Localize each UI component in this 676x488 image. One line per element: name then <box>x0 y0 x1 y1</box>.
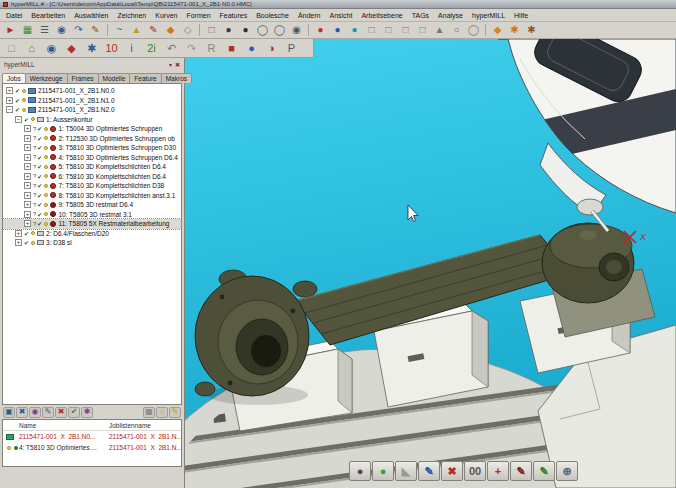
expander-plus-icon[interactable]: + <box>24 201 31 208</box>
pin-point-button[interactable]: + <box>487 461 509 481</box>
delete-selection-icon[interactable]: ✖ <box>16 407 28 418</box>
tree-item[interactable]: +?✔6: T5810 3D Komplettschlichten D6.4 <box>3 172 181 182</box>
expander-plus-icon[interactable]: + <box>24 173 31 180</box>
frame-00-button[interactable]: 00 <box>464 461 486 481</box>
menu-tags[interactable]: TAGs <box>412 12 429 19</box>
expander-plus-icon[interactable]: + <box>24 154 31 161</box>
expander-plus-icon[interactable]: + <box>24 125 31 132</box>
expander-plus-icon[interactable]: + <box>24 211 31 218</box>
leaf-orange-icon[interactable]: ◆ <box>490 23 505 37</box>
expander-plus-icon[interactable]: + <box>15 239 22 246</box>
tree-item[interactable]: +?✔1: T5004 3D Optimiertes Schruppen <box>3 124 181 134</box>
curve-tool-icon[interactable]: ~ <box>112 23 127 37</box>
trash-icon[interactable]: ▦ <box>143 407 155 418</box>
tree-item[interactable]: +✔2115471-001_X_2B1.N0.0 <box>3 86 181 96</box>
shaded-model-green-button[interactable]: ● <box>372 461 394 481</box>
solid-cylinder-icon[interactable]: ● <box>221 23 236 37</box>
edit-job-icon[interactable]: ✎ <box>42 407 54 418</box>
circle-wire-icon[interactable]: ○ <box>449 23 464 37</box>
box-wire-4-icon[interactable]: □ <box>415 23 430 37</box>
pointer-select-icon[interactable]: ► <box>3 23 18 37</box>
parameter-P-icon[interactable]: P <box>282 40 301 56</box>
menu-auswählen[interactable]: Auswählen <box>74 12 108 19</box>
preview-eye-icon[interactable]: ◉ <box>29 407 41 418</box>
box-wire-3-icon[interactable]: □ <box>398 23 413 37</box>
marker-red-button[interactable]: ✖ <box>441 461 463 481</box>
menu-features[interactable]: Features <box>220 12 248 19</box>
tree-item[interactable]: +?✔11: T5805 5X Restmaterialbearbeitung <box>3 219 181 229</box>
table-row[interactable]: 4: T5810 3D Optimiertes ...2115471-001_X… <box>3 442 181 453</box>
menu-ändern[interactable]: Ändern <box>298 12 321 19</box>
solid-cylinder-2-icon[interactable]: ● <box>238 23 253 37</box>
analysis-pie-icon[interactable]: ◑ <box>262 40 281 56</box>
rotate-view-icon[interactable]: ↷ <box>71 23 86 37</box>
wireframe-globe-button[interactable]: ⊕ <box>556 461 578 481</box>
menu-hilfe[interactable]: Hilfe <box>514 12 528 19</box>
edit-list-icon[interactable]: ✎ <box>169 407 181 418</box>
eraser-icon[interactable]: ◇ <box>180 23 195 37</box>
tab-feature[interactable]: Feature <box>129 73 161 83</box>
tree-item[interactable]: +?✔3: T5810 3D Optimiertes Schruppen D30 <box>3 143 181 153</box>
cone-wire-icon[interactable]: ▲ <box>432 23 447 37</box>
save-model-icon[interactable]: ◉ <box>42 40 61 56</box>
tree-item[interactable]: +?✔7: T5810 3D Komplettschlichten D38 <box>3 181 181 191</box>
tool-brown-icon[interactable]: ✱ <box>524 23 539 37</box>
mesh-sphere-2-icon[interactable]: ◯ <box>272 23 287 37</box>
panel-pin-icon[interactable]: ▾ <box>169 61 172 68</box>
tab-werkzeuge[interactable]: Werkzeuge <box>25 73 68 83</box>
pencil-green-button[interactable]: ✎ <box>533 461 555 481</box>
expander-plus-icon[interactable]: + <box>24 220 31 227</box>
line-draw-icon[interactable]: ✎ <box>88 23 103 37</box>
expander-plus-icon[interactable]: + <box>6 87 13 94</box>
refresh-R-icon[interactable]: R <box>202 40 221 56</box>
redo-icon[interactable]: ↷ <box>182 40 201 56</box>
surface-tool-icon[interactable]: ▲ <box>129 23 144 37</box>
tab-jobs[interactable]: Jobs <box>2 73 26 83</box>
sphere-blue-icon[interactable]: ● <box>330 23 345 37</box>
gear-10-icon[interactable]: 10 <box>102 40 121 56</box>
expander-minus-icon[interactable]: − <box>15 116 22 123</box>
open-folder-yellow-icon[interactable]: ⌂ <box>156 407 168 418</box>
zoom-search-icon[interactable]: ◉ <box>54 23 69 37</box>
macro-flower-icon[interactable]: ✱ <box>81 407 93 418</box>
expander-plus-icon[interactable]: + <box>24 144 31 151</box>
visibility-eye-icon[interactable]: ◉ <box>289 23 304 37</box>
tree-item[interactable]: +✔2: D6.4/Flaschen/D20 <box>3 229 181 239</box>
sphere-red-icon[interactable]: ● <box>313 23 328 37</box>
menu-arbeitsebene[interactable]: Arbeitsebene <box>361 12 402 19</box>
sphere-teal-icon[interactable]: ● <box>347 23 362 37</box>
mesh-sphere-icon[interactable]: ◯ <box>255 23 270 37</box>
layer-list-icon[interactable]: ☰ <box>37 23 52 37</box>
expander-plus-icon[interactable]: + <box>24 163 31 170</box>
info-2i-icon[interactable]: 2i <box>142 40 161 56</box>
table-row[interactable]: 2115471-001_X_2B1.N0...2115471-001_X_2B1… <box>3 431 181 442</box>
menu-analyse[interactable]: Analyse <box>438 12 463 19</box>
clamp-blue-icon[interactable]: ● <box>242 40 261 56</box>
remove-red-icon[interactable]: ✖ <box>55 407 67 418</box>
brush-red-button[interactable]: ✎ <box>510 461 532 481</box>
tab-modelle[interactable]: Modelle <box>98 73 131 83</box>
tree-item[interactable]: +?✔5: T5810 3D Komplettschlichten D6.4 <box>3 162 181 172</box>
torus-wire-icon[interactable]: ◯ <box>466 23 481 37</box>
tree-item[interactable]: +?✔9: T5805 3D restmat D6.4 <box>3 200 181 210</box>
expander-plus-icon[interactable]: + <box>24 135 31 142</box>
new-doc-icon[interactable]: □ <box>2 40 21 56</box>
menu-ansicht[interactable]: Ansicht <box>329 12 352 19</box>
tab-makros[interactable]: Makros <box>161 73 192 83</box>
import-file-icon[interactable]: ◆ <box>62 40 81 56</box>
tree-item[interactable]: +✔3: D38 sl <box>3 238 181 248</box>
info-i-icon[interactable]: i <box>122 40 141 56</box>
shaded-model-button[interactable]: ● <box>349 461 371 481</box>
menu-formen[interactable]: Formen <box>186 12 210 19</box>
tree-item[interactable]: +?✔4: T5810 3D Optimiertes Schruppen D6.… <box>3 153 181 163</box>
menu-zeichnen[interactable]: Zeichnen <box>117 12 146 19</box>
menu-hypermill[interactable]: hyperMILL <box>472 12 505 19</box>
expander-plus-icon[interactable]: + <box>6 97 13 104</box>
new-job-icon[interactable]: ▣ <box>3 407 15 418</box>
menu-kurven[interactable]: Kurven <box>155 12 177 19</box>
menu-bearbeiten[interactable]: Bearbeiten <box>31 12 65 19</box>
menu-datei[interactable]: Datei <box>6 12 22 19</box>
brush-blue-button[interactable]: ✎ <box>418 461 440 481</box>
menu-boolesche[interactable]: Boolesche <box>256 12 289 19</box>
undo-icon[interactable]: ↶ <box>162 40 181 56</box>
